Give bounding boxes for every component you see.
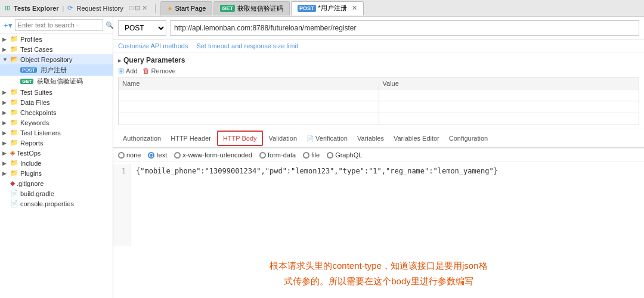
code-content[interactable]: {"mobile_phone":"13099001234","pwd":"lem… <box>131 164 644 246</box>
tab-variables[interactable]: Variables <box>352 132 389 146</box>
col-name: Name <box>119 78 379 89</box>
method-select[interactable]: POST GET PUT DELETE PATCH <box>118 20 166 36</box>
sidebar-item-plugins[interactable]: ▶ 📁 Plugins <box>0 168 113 178</box>
radio-none[interactable]: none <box>118 151 141 159</box>
folder-icon: 📁 <box>10 88 18 96</box>
tab-configuration[interactable]: Configuration <box>444 132 493 146</box>
radio-label: x-www-form-urlencoded <box>182 151 252 159</box>
radio-file[interactable]: file <box>303 151 320 159</box>
sidebar-item-label: Include <box>20 160 41 167</box>
radio-row: none text x-www-form-urlencoded form-dat… <box>113 148 644 162</box>
request-history-label[interactable]: Request History <box>76 5 123 12</box>
sidebar-item-label: 获取短信验证码 <box>37 77 83 86</box>
sidebar-item-data-files[interactable]: ▶ 📁 Data Files <box>0 97 113 107</box>
tab-label: 获取短信验证码 <box>237 4 283 13</box>
tab-variables-editor[interactable]: Variables Editor <box>389 132 444 146</box>
sidebar-item-label: Profiles <box>20 36 42 43</box>
param-name-cell[interactable] <box>119 113 379 125</box>
sidebar-item-gitignore[interactable]: ▶ ◆ .gitignore <box>0 178 113 188</box>
radio-label: text <box>156 151 167 159</box>
url-input[interactable] <box>170 20 639 36</box>
tab-http-body[interactable]: HTTP Body <box>217 131 263 146</box>
sidebar-item-profiles[interactable]: ▶ 📁 Profiles <box>0 34 113 44</box>
sidebar-item-test-cases[interactable]: ▶ 📁 Test Cases <box>0 44 113 54</box>
chevron-icon: ▶ <box>2 170 8 176</box>
sidebar-item-get-sms[interactable]: GET 获取短信验证码 <box>0 76 113 87</box>
param-value-cell[interactable] <box>379 113 639 125</box>
sidebar-item-checkpoints[interactable]: ▶ 📁 Checkpoints <box>0 107 113 117</box>
search-input[interactable] <box>15 19 103 31</box>
folder-icon: 📂 <box>10 55 18 63</box>
tab-authorization[interactable]: Authorization <box>118 132 166 146</box>
sidebar: +▾ 🔍 ✕ ▶ 📁 Profiles ▶ 📁 Test Cases <box>0 17 113 298</box>
doc-icon: 📄 <box>306 135 314 142</box>
get-badge: GET <box>20 79 33 84</box>
param-name-cell[interactable] <box>119 101 379 113</box>
line-numbers: 1 <box>113 164 131 246</box>
add-param-button[interactable]: ⊞ Add <box>118 67 138 75</box>
params-table: Name Value <box>118 77 639 125</box>
radio-graphql[interactable]: GraphQL <box>327 151 362 159</box>
param-value-cell[interactable] <box>379 89 639 101</box>
sidebar-item-test-listeners[interactable]: ▶ 📁 Test Listeners <box>0 128 113 138</box>
sidebar-item-reports[interactable]: ▶ 📁 Reports <box>0 138 113 148</box>
folder-icon: 📁 <box>10 169 18 177</box>
query-params-section: ▸ Query Parameters ⊞ Add 🗑 Remove <box>113 52 644 129</box>
radio-text[interactable]: text <box>148 151 167 159</box>
main-content: POST GET PUT DELETE PATCH Customize API … <box>113 17 644 298</box>
star-icon: ★ <box>167 5 173 13</box>
tab-validation[interactable]: Validation <box>264 132 302 146</box>
table-row <box>119 113 639 125</box>
param-name-cell[interactable] <box>119 89 379 101</box>
tab-verification[interactable]: 📄 Verification <box>302 132 352 146</box>
sidebar-item-keywords[interactable]: ▶ 📁 Keywords <box>0 117 113 128</box>
sidebar-item-object-repository[interactable]: ▼ 📂 Object Repository <box>0 54 113 64</box>
http-body-area: none text x-www-form-urlencoded form-dat… <box>113 148 644 298</box>
add-icon: ⊞ <box>118 67 124 75</box>
search-button[interactable]: 🔍 <box>106 21 114 29</box>
git-icon: ◆ <box>10 179 15 187</box>
sidebar-item-testops[interactable]: ▶ ◈ TestOps <box>0 148 113 158</box>
remove-param-button[interactable]: 🗑 Remove <box>143 67 176 75</box>
param-value-cell[interactable] <box>379 101 639 113</box>
sidebar-item-console-properties[interactable]: ▶ 📄 console.properties <box>0 198 113 209</box>
sidebar-item-label: Data Files <box>20 99 50 106</box>
panel-controls: □ ⊟ ✕ <box>129 4 148 12</box>
sidebar-item-include[interactable]: ▶ 📁 Include <box>0 158 113 168</box>
trash-icon: 🗑 <box>143 67 150 75</box>
col-value: Value <box>379 78 639 89</box>
folder-icon: 📁 <box>10 129 18 136</box>
sidebar-item-build-gradle[interactable]: ▶ 📄 build.gradle <box>0 188 113 198</box>
timeout-link[interactable]: Set timeout and response size limit <box>196 42 298 49</box>
sidebar-item-label: Test Suites <box>20 89 52 96</box>
testops-icon: ◈ <box>10 149 15 157</box>
annotation-area: 根本请求头里的content-type，知道该接口是要用json格 式传参的。所… <box>113 249 644 298</box>
sidebar-item-test-suites[interactable]: ▶ 📁 Test Suites <box>0 87 113 97</box>
add-label: Add <box>126 67 138 74</box>
sidebar-item-user-register[interactable]: POST 用户注册 <box>0 64 113 76</box>
chevron-icon: ▶ <box>2 150 8 156</box>
content-tabs: Authorization HTTP Header HTTP Body Vali… <box>113 129 644 148</box>
radio-urlencoded[interactable]: x-www-form-urlencoded <box>174 151 252 159</box>
tab-post-register[interactable]: POST *用户注册 ✕ <box>291 1 364 15</box>
section-toggle-icon[interactable]: ▸ <box>118 57 121 64</box>
radio-dot-none <box>118 152 125 159</box>
tab-start-page[interactable]: ★ Start Page <box>160 1 213 15</box>
sidebar-item-label: Test Listeners <box>20 129 61 136</box>
sidebar-item-label: console.properties <box>20 200 74 207</box>
sidebar-item-label: 用户注册 <box>41 66 67 74</box>
tab-close-icon[interactable]: ✕ <box>352 4 357 12</box>
tests-explorer-label[interactable]: Tests Explorer <box>14 5 59 12</box>
customize-api-link[interactable]: Customize API methods <box>118 42 188 49</box>
chevron-icon: ▶ <box>2 100 8 105</box>
chevron-icon: ▶ <box>2 46 8 52</box>
table-row <box>119 101 639 113</box>
file-icon: 📄 <box>10 190 18 197</box>
sidebar-add-icon[interactable]: +▾ <box>4 21 13 30</box>
tab-http-header[interactable]: HTTP Header <box>166 132 216 146</box>
folder-icon: 📁 <box>10 108 18 116</box>
radio-form-data[interactable]: form-data <box>259 151 296 159</box>
folder-icon: 📁 <box>10 159 18 167</box>
tab-get-sms[interactable]: GET 获取短信验证码 <box>213 1 290 15</box>
folder-icon: 📁 <box>10 139 18 147</box>
